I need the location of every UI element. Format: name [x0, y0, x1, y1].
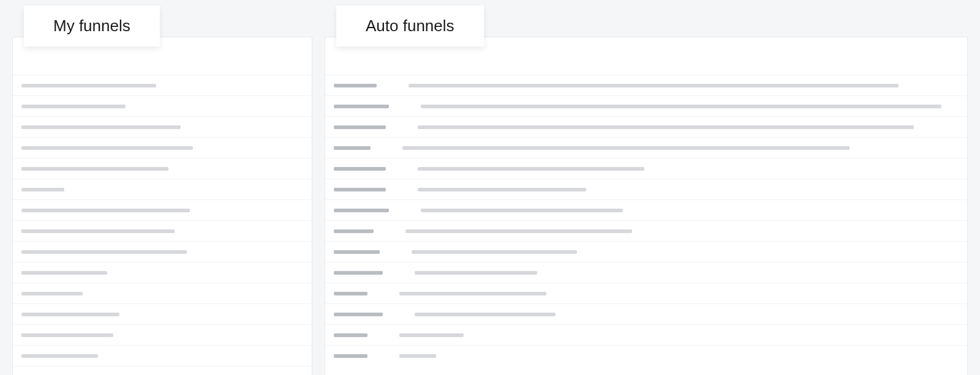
placeholder-value-bar	[405, 229, 632, 233]
placeholder-bar	[21, 250, 187, 254]
list-item[interactable]	[13, 158, 312, 179]
placeholder-key-bar	[334, 292, 368, 295]
list-item[interactable]	[13, 325, 312, 346]
placeholder-key-bar	[334, 188, 386, 191]
list-item[interactable]	[325, 158, 967, 179]
list-item[interactable]	[13, 221, 312, 242]
list-item[interactable]	[13, 75, 312, 96]
list-item[interactable]	[13, 346, 312, 366]
placeholder-key-bar	[334, 105, 389, 108]
placeholder-value-bar	[399, 333, 464, 337]
placeholder-value-bar	[399, 292, 546, 295]
list-item[interactable]	[13, 283, 312, 304]
list-item[interactable]	[325, 262, 967, 283]
placeholder-bar	[21, 229, 175, 233]
placeholder-key-bar	[334, 229, 374, 233]
placeholder-value-bar	[418, 167, 644, 171]
list-item[interactable]	[13, 117, 312, 138]
list-item[interactable]	[325, 75, 967, 96]
placeholder-value-bar	[418, 125, 914, 129]
list-item[interactable]	[13, 96, 312, 117]
placeholder-bar	[21, 167, 168, 171]
placeholder-bar	[21, 188, 64, 191]
placeholder-bar	[21, 271, 107, 275]
list-item[interactable]	[13, 262, 312, 283]
placeholder-value-bar	[402, 146, 850, 150]
list-item[interactable]	[13, 179, 312, 200]
placeholder-bar	[21, 333, 113, 337]
placeholder-bar	[21, 125, 181, 129]
placeholder-key-bar	[334, 271, 383, 275]
list-item[interactable]	[13, 304, 312, 325]
list-item[interactable]	[13, 138, 312, 158]
list-item[interactable]	[13, 366, 312, 375]
placeholder-value-bar	[421, 105, 941, 108]
placeholder-key-bar	[334, 354, 368, 358]
placeholder-bar	[21, 292, 83, 295]
placeholder-key-bar	[334, 313, 383, 316]
placeholder-bar	[21, 146, 193, 150]
placeholder-bar	[21, 313, 119, 316]
placeholder-key-bar	[334, 250, 380, 254]
list-item[interactable]	[325, 242, 967, 262]
list-item[interactable]	[13, 242, 312, 262]
list-item[interactable]	[13, 200, 312, 221]
my-funnels-panel: My funnels	[12, 37, 312, 375]
placeholder-bar	[21, 209, 190, 212]
list-item[interactable]	[325, 138, 967, 158]
list-item[interactable]	[325, 325, 967, 346]
list-item[interactable]	[325, 283, 967, 304]
tab-my-funnels[interactable]: My funnels	[24, 6, 160, 46]
auto-funnels-panel: Auto funnels	[325, 37, 968, 375]
list-item[interactable]	[325, 179, 967, 200]
placeholder-bar	[21, 84, 156, 87]
placeholder-value-bar	[409, 84, 899, 87]
placeholder-key-bar	[334, 146, 371, 150]
auto-funnels-list	[325, 75, 967, 366]
placeholder-value-bar	[399, 354, 436, 358]
placeholder-bar	[21, 105, 126, 108]
tab-auto-funnels[interactable]: Auto funnels	[336, 6, 484, 46]
list-item[interactable]	[325, 96, 967, 117]
placeholder-key-bar	[334, 84, 377, 87]
list-item[interactable]	[325, 221, 967, 242]
list-item[interactable]	[325, 346, 967, 366]
list-item[interactable]	[325, 200, 967, 221]
placeholder-key-bar	[334, 167, 386, 171]
placeholder-value-bar	[421, 209, 623, 212]
placeholder-value-bar	[418, 188, 586, 191]
placeholder-value-bar	[412, 250, 577, 254]
placeholder-bar	[21, 354, 98, 358]
placeholder-key-bar	[334, 125, 386, 129]
placeholder-key-bar	[334, 333, 368, 337]
placeholder-value-bar	[415, 271, 537, 275]
my-funnels-list	[13, 75, 312, 375]
placeholder-value-bar	[415, 313, 556, 316]
placeholder-key-bar	[334, 209, 389, 212]
list-item[interactable]	[325, 304, 967, 325]
list-item[interactable]	[325, 117, 967, 138]
